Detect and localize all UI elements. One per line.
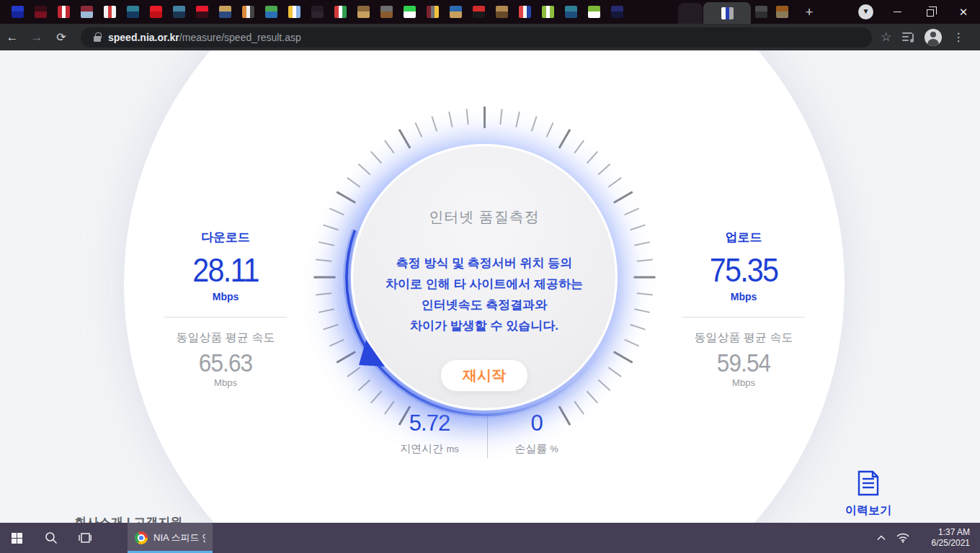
pinned-tab[interactable] [288,6,300,18]
gauge-tick [587,151,598,164]
gauge-title: 인터넷 품질측정 [353,207,615,227]
pinned-tab[interactable] [334,6,347,18]
gauge-tick [630,224,646,230]
gauge-tick [431,116,437,132]
gauge-tick [546,122,554,138]
forward-button[interactable]: → [24,30,49,45]
history-label: 이력보기 [829,503,908,518]
restore-icon [927,9,934,17]
taskbar: NIA 스피드 인터넷 ... 1:37 AM 6/25/2021 [0,523,980,553]
sub-metrics: 5.72 지연시간 ms 0 손실률 % [372,410,585,458]
tab-favicon[interactable] [755,6,767,18]
pinned-tab[interactable] [496,6,508,18]
gauge-tick [613,191,633,204]
gauge-tick [558,129,571,148]
lock-icon[interactable] [94,36,101,42]
screen: + ▼ ✕ ← → ⟳ speed.nia.or.kr/measure/spee… [0,0,980,553]
media-controls-icon[interactable] [902,32,914,42]
gauge-tick [316,258,331,261]
gauge-tick [574,140,584,153]
gauge-tick [637,292,653,295]
system-tray: 1:37 AM 6/25/2021 [870,523,980,553]
pinned-tab[interactable] [427,6,439,18]
browser-tabstrip: + ▼ ✕ [0,0,980,24]
gauge-tick [466,109,468,125]
gauge-tick [484,107,486,128]
toolbar-right: ☆ ⋮ [881,29,964,46]
pinned-tab[interactable] [242,6,254,18]
gauge-tick [313,276,335,279]
taskbar-search-button[interactable] [34,523,68,553]
start-button[interactable] [0,523,34,553]
pinned-tab[interactable] [357,6,370,18]
pinned-tab[interactable] [196,6,208,18]
pinned-tab[interactable] [404,6,416,18]
new-tab-button[interactable]: + [800,3,819,22]
download-stats: 다운로드 28.11 Mbps 동일상품 평균 속도 65.63 Mbps [146,229,305,388]
taskbar-clock[interactable]: 1:37 AM 6/25/2021 [914,527,970,549]
restart-button[interactable]: 재시작 [440,359,528,392]
gauge-tick [336,191,355,204]
gauge-tick [370,391,382,404]
pinned-tab[interactable] [104,6,116,18]
active-tab[interactable] [703,2,751,24]
pinned-tab[interactable] [611,6,623,18]
gauge-tick [316,292,331,295]
gauge-tick [448,112,453,127]
download-avg-unit: Mbps [146,377,305,388]
inactive-tab[interactable] [678,3,703,24]
pinned-tab[interactable] [173,6,185,18]
history-button[interactable]: 이력보기 [829,470,908,518]
tab-search-button[interactable]: ▼ [858,4,873,19]
pinned-tab[interactable] [265,6,277,18]
pinned-tab[interactable] [127,6,139,18]
taskbar-chrome-button[interactable]: NIA 스피드 인터넷 ... [128,523,213,553]
bookmark-star-icon[interactable]: ☆ [881,30,891,45]
url-host: speed.nia.or.kr [108,32,179,43]
gauge-tick [624,339,639,347]
loss-label: 손실률 % [488,442,585,456]
pinned-tab[interactable] [35,6,47,18]
download-avg-value: 65.63 [154,349,297,377]
task-view-button[interactable] [68,523,102,553]
latency-stat: 5.72 지연시간 ms [372,410,487,458]
reload-button[interactable]: ⟳ [49,30,74,44]
address-bar[interactable]: speed.nia.or.kr/measure/speed_result.asp [81,27,872,48]
gauge-tick [384,140,395,153]
back-button[interactable]: ← [0,30,24,45]
gauge-tick [608,177,622,188]
taskbar-chrome-label: NIA 스피드 인터넷 ... [153,531,205,544]
footer-links[interactable]: 회사소개 | 고객지원 [74,514,182,523]
window-close-button[interactable]: ✕ [947,0,980,24]
url-text[interactable]: speed.nia.or.kr/measure/speed_result.asp [108,32,301,43]
pinned-tab[interactable] [12,6,24,18]
pinned-tab[interactable] [519,6,531,18]
webpage: 인터넷 품질측정 측정 방식 및 측정서버 위치 등의 차이로 인해 타 사이트… [0,50,980,523]
pinned-favicons [12,6,623,18]
gauge-notice: 측정 방식 및 측정서버 위치 등의 차이로 인해 타 사이트에서 제공하는 인… [353,253,615,336]
pinned-tab[interactable] [473,6,485,18]
gauge-tick [318,241,334,246]
pinned-tab[interactable] [588,6,600,18]
wifi-icon[interactable] [892,523,914,553]
window-restore-button[interactable] [914,0,947,24]
gauge-tick [634,241,650,246]
profile-avatar[interactable] [925,29,942,46]
browser-menu-icon[interactable]: ⋮ [953,30,964,44]
pinned-tab[interactable] [219,6,231,18]
gauge-tick [633,276,655,279]
pinned-tab[interactable] [150,6,162,18]
pinned-tab[interactable] [311,6,324,18]
window-minimize-button[interactable] [881,0,914,24]
notice-line: 측정 방식 및 측정서버 위치 등의 [353,253,615,274]
pinned-tab[interactable] [450,6,462,18]
pinned-tab[interactable] [58,6,70,18]
latency-label: 지연시간 ms [372,442,487,456]
pinned-tab[interactable] [380,6,393,18]
tab-favicon[interactable] [776,6,788,18]
pinned-tab[interactable] [565,6,577,18]
pinned-tab[interactable] [542,6,554,18]
active-tab-favicon [721,7,734,19]
pinned-tab[interactable] [81,6,93,18]
tray-chevron-icon[interactable] [870,523,892,553]
